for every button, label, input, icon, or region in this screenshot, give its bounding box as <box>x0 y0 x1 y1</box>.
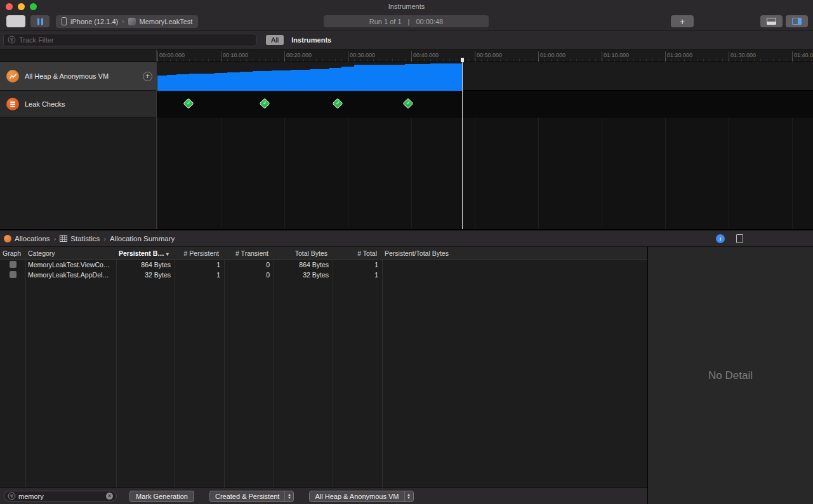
scope-popup-value: All Heap & Anonymous VM <box>315 493 399 500</box>
category-search-field[interactable]: ✕ <box>4 491 117 501</box>
leak-check-pass-icon[interactable]: ✓ <box>260 98 270 109</box>
track-filter-field[interactable] <box>3 34 257 46</box>
search-filter-icon <box>8 492 16 500</box>
no-detail-label: No Detail <box>708 369 753 382</box>
memory-lane[interactable] <box>157 62 813 91</box>
leak-check-pass-icon[interactable]: ✓ <box>403 98 414 109</box>
track-label: All Heap & Anonymous VM <box>25 72 109 80</box>
inspector-info-button[interactable]: i <box>716 234 725 243</box>
playhead[interactable] <box>462 58 463 229</box>
run-status-display[interactable]: Run 1 of 1 | 00:00:48 <box>324 15 489 27</box>
track-label: Leak Checks <box>25 100 65 108</box>
column-header-persistent_bytes[interactable]: Persistent B…▾ <box>116 247 175 259</box>
scope-popup[interactable]: All Heap & Anonymous VM ▲▼ <box>309 491 413 502</box>
column-header-num_total[interactable]: # Total <box>333 247 382 259</box>
bottom-pane-icon <box>767 18 776 25</box>
column-header-total_bytes[interactable]: Total Bytes <box>274 247 333 259</box>
pause-icon <box>37 18 43 25</box>
device-name: iPhone (12.1.4) <box>70 18 118 25</box>
add-track-button[interactable]: + <box>143 72 152 81</box>
popup-stepper-icon: ▲▼ <box>284 491 293 501</box>
lifecycle-popup[interactable]: Created & Persistent ▲▼ <box>209 491 294 502</box>
allocation-table-header: GraphCategoryPersistent B…▾# Persistent#… <box>0 247 647 260</box>
toolbar: iPhone (12.1.4) › MemoryLeakTest Run 1 o… <box>0 13 813 30</box>
titlebar: Instruments <box>0 0 813 13</box>
clear-search-button[interactable]: ✕ <box>106 493 113 500</box>
chevron-right-icon: › <box>103 235 106 242</box>
toggle-inspector-button[interactable] <box>786 15 808 27</box>
filter-bar: All Instruments <box>0 30 813 50</box>
allocations-icon <box>4 235 11 242</box>
track-leak-checks[interactable]: Leak Checks <box>0 91 156 117</box>
run-separator: | <box>408 18 410 25</box>
ruler-corner <box>0 50 157 62</box>
breadcrumb-label: Statistics <box>70 235 100 242</box>
allocation-table-body: MemoryLeakTest.ViewCo…864 Bytes10864 Byt… <box>0 260 647 487</box>
table-row[interactable]: MemoryLeakTest.ViewCo…864 Bytes10864 Byt… <box>0 260 647 270</box>
run-label: Run 1 of 1 <box>369 18 402 25</box>
playhead-handle[interactable] <box>461 58 464 62</box>
breadcrumb: Allocations › Statistics › Allocation Su… <box>0 230 813 247</box>
table-row[interactable]: MemoryLeakTest.AppDel…32 Bytes1032 Bytes… <box>0 270 647 280</box>
timeline-ruler[interactable]: 00:00.00000:10.00000:20.00000:30.00000:4… <box>157 50 813 62</box>
timeline-ruler-row: 00:00.00000:10.00000:20.00000:30.00000:4… <box>0 50 813 62</box>
add-instrument-button[interactable]: + <box>671 15 694 27</box>
track-sidebar: All Heap & Anonymous VM + Leak Checks <box>0 62 157 229</box>
allocations-icon <box>6 70 19 83</box>
popup-stepper-icon: ▲▼ <box>404 491 413 501</box>
detail-bottom-bar: ✕ Mark Generation Created & Persistent ▲… <box>0 487 647 504</box>
close-button[interactable] <box>6 3 13 10</box>
track-filter-input[interactable] <box>19 36 253 44</box>
document-inspector-button[interactable] <box>736 234 743 243</box>
window-title: Instruments <box>0 3 813 10</box>
timeline-area: 00:00.00000:10.00000:20.00000:30.00000:4… <box>0 50 813 229</box>
breadcrumb-label: Allocations <box>15 235 50 242</box>
leak-checks-lane[interactable]: ✓✓✓✓ <box>157 91 813 117</box>
zoom-button[interactable] <box>30 3 37 10</box>
breadcrumb-label: Allocation Summary <box>110 235 175 242</box>
column-header-num_persistent[interactable]: # Persistent <box>175 247 224 259</box>
toggle-detail-pane-button[interactable] <box>760 15 783 27</box>
statistics-icon <box>60 235 67 242</box>
device-target-selector[interactable]: iPhone (12.1.4) › MemoryLeakTest <box>56 15 198 28</box>
breadcrumb-allocations[interactable]: Allocations <box>4 235 50 242</box>
detail-pane: Allocations › Statistics › Allocation Su… <box>0 230 813 504</box>
column-header-num_transient[interactable]: # Transient <box>224 247 274 259</box>
minimize-button[interactable] <box>18 3 25 10</box>
filter-icon <box>8 36 16 44</box>
category-search-input[interactable] <box>18 493 103 500</box>
column-header-graph[interactable]: Graph <box>0 247 25 259</box>
chevron-right-icon: › <box>122 18 124 25</box>
traffic-lights <box>0 3 37 10</box>
chevron-right-icon: › <box>54 235 56 242</box>
elapsed-time: 00:00:48 <box>416 18 443 25</box>
right-pane-icon <box>792 18 802 25</box>
leaks-icon <box>6 98 19 110</box>
column-header-category[interactable]: Category <box>25 247 116 259</box>
target-name: MemoryLeakTest <box>140 18 193 25</box>
sort-descending-icon: ▾ <box>166 251 169 257</box>
leak-check-pass-icon[interactable]: ✓ <box>183 98 194 109</box>
track-allocations[interactable]: All Heap & Anonymous VM + <box>0 62 156 91</box>
tracks-region: All Heap & Anonymous VM + Leak Checks ✓✓… <box>0 62 813 229</box>
leak-check-pass-icon[interactable]: ✓ <box>333 98 343 109</box>
inspector-panel: No Detail <box>647 247 813 504</box>
graph-checkbox[interactable] <box>10 261 17 268</box>
allocation-table: GraphCategoryPersistent B…▾# Persistent#… <box>0 247 647 504</box>
lifecycle-popup-value: Created & Persistent <box>215 493 280 500</box>
memory-usage-chart <box>157 62 813 91</box>
mark-generation-button[interactable]: Mark Generation <box>129 491 194 502</box>
app-icon <box>128 18 136 25</box>
column-header-persistent_total_bytes[interactable]: Persistent/Total Bytes <box>382 247 647 259</box>
track-lanes[interactable]: ✓✓✓✓ <box>157 62 813 229</box>
pause-button[interactable] <box>30 15 50 27</box>
instruments-scope-label[interactable]: Instruments <box>291 36 331 44</box>
breadcrumb-allocation-summary[interactable]: Allocation Summary <box>110 235 175 242</box>
graph-checkbox[interactable] <box>10 271 17 278</box>
scope-all-button[interactable]: All <box>266 35 284 45</box>
stop-recording-button[interactable] <box>6 15 25 27</box>
breadcrumb-statistics[interactable]: Statistics <box>60 235 100 242</box>
iphone-icon <box>62 17 67 25</box>
